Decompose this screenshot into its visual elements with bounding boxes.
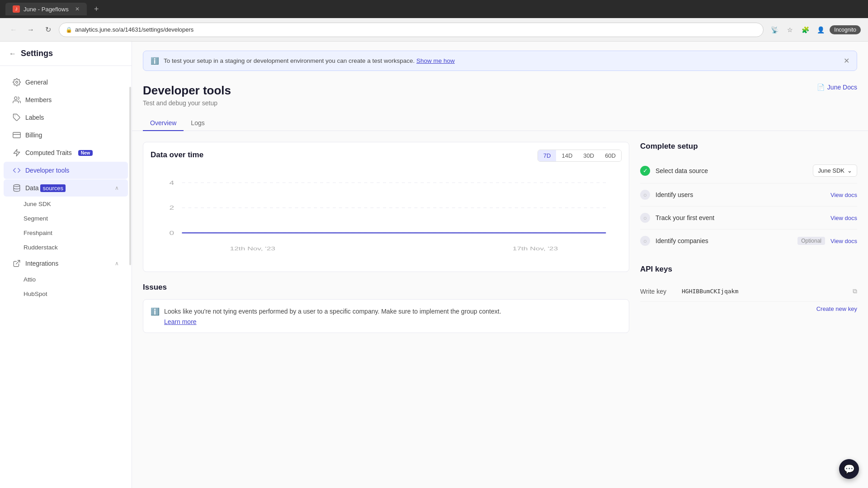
svg-text:0: 0 <box>169 230 174 236</box>
chat-icon: 💬 <box>844 464 855 474</box>
sidebar-item-label: Billing <box>25 131 42 139</box>
page-header: Developer tools Test and debug your setu… <box>132 71 868 107</box>
svg-marker-5 <box>14 150 20 156</box>
sidebar-nav: General Members Labels Billing Computed … <box>0 66 132 488</box>
settings-icon <box>13 78 21 86</box>
reload-button[interactable]: ↻ <box>42 23 54 36</box>
write-key-value: HGHIBBumCKIjqakm <box>682 288 847 295</box>
sidebar-item-label: Developer tools <box>25 167 69 174</box>
copy-icon[interactable]: ⧉ <box>853 287 857 295</box>
write-key-label: Write key <box>640 288 676 295</box>
june-docs-link[interactable]: 📄 June Docs <box>817 84 857 91</box>
browser-tab[interactable]: J June - Pageflows ✕ <box>5 3 87 15</box>
extension-button[interactable]: 🧩 <box>799 23 811 36</box>
sidebar-scrollbar[interactable] <box>129 42 132 488</box>
page-title-group: Developer tools Test and debug your setu… <box>143 84 231 107</box>
doc-icon: 📄 <box>817 84 825 91</box>
sidebar-sub-item-attio[interactable]: Attio <box>4 272 128 286</box>
setup-item-label: Select data source <box>656 167 807 174</box>
browser-nav: ← → ↻ 🔒 analytics.june.so/a/14631/settin… <box>0 18 868 42</box>
sidebar-sub-item-june-sdk[interactable]: June SDK <box>4 197 128 211</box>
tab-favicon: J <box>13 5 20 13</box>
sidebar-item-integrations[interactable]: Integrations ∧ <box>4 255 128 272</box>
issue-content: Looks like you're not tying events perfo… <box>164 307 501 325</box>
tab-overview[interactable]: Overview <box>143 116 184 131</box>
sidebar-sub-item-hubspot[interactable]: HubSpot <box>4 287 128 301</box>
check-pending-icon: ○ <box>640 213 650 223</box>
sidebar-item-label: Members <box>25 96 52 103</box>
svg-text:12th Nov, '23: 12th Nov, '23 <box>230 246 275 251</box>
svg-point-6 <box>14 185 20 187</box>
sidebar-item-labels[interactable]: Labels <box>4 109 128 126</box>
info-icon: ℹ️ <box>151 57 159 65</box>
page-subtitle: Test and debug your setup <box>143 99 231 107</box>
address-bar[interactable]: 🔒 analytics.june.so/a/14631/settings/dev… <box>59 23 764 37</box>
check-done-icon: ✓ <box>640 166 650 176</box>
api-keys-title: API keys <box>640 265 857 274</box>
sidebar-sub-item-freshpaint[interactable]: Freshpaint <box>4 226 128 240</box>
issue-item: ℹ️ Looks like you're not tying events pe… <box>143 299 629 333</box>
chart-btn-30d[interactable]: 30D <box>578 150 599 161</box>
zap-icon <box>13 149 21 157</box>
credit-card-icon <box>13 131 21 139</box>
sidebar-item-general[interactable]: General <box>4 74 128 91</box>
code-icon <box>13 166 21 174</box>
sidebar-item-label: General <box>25 79 48 86</box>
profile-button[interactable]: 👤 <box>814 23 827 36</box>
chart-btn-7d[interactable]: 7D <box>538 150 557 161</box>
view-docs-link-event[interactable]: View docs <box>830 215 857 221</box>
database-icon <box>13 184 21 192</box>
banner-text: To test your setup in a staging or devel… <box>164 57 835 64</box>
sidebar-item-label: Labels <box>25 114 44 121</box>
chart-btn-14d[interactable]: 14D <box>556 150 578 161</box>
banner-link[interactable]: Show me how <box>416 57 455 64</box>
svg-text:2: 2 <box>169 205 174 211</box>
setup-item-identify-companies: ○ Identify companies Optional View docs <box>640 230 857 252</box>
sidebar-item-members[interactable]: Members <box>4 91 128 108</box>
chart-controls: 7D 14D 30D 60D <box>538 150 622 162</box>
banner-close-button[interactable]: ✕ <box>844 56 849 65</box>
main-content: ℹ️ To test your setup in a staging or de… <box>132 42 868 488</box>
new-tab-button[interactable]: + <box>90 5 103 14</box>
tab-logs[interactable]: Logs <box>184 116 212 131</box>
setup-item-label: Identify companies <box>656 237 792 244</box>
chevron-down-icon: ⌄ <box>847 167 852 174</box>
view-docs-link-companies[interactable]: View docs <box>830 238 857 244</box>
sidebar-item-computed-traits[interactable]: Computed Traits New <box>4 144 128 161</box>
optional-badge: Optional <box>797 237 825 245</box>
info-banner: ℹ️ To test your setup in a staging or de… <box>143 51 857 71</box>
chat-widget-button[interactable]: 💬 <box>839 459 859 479</box>
write-key-row: Write key HGHIBBumCKIjqakm ⧉ <box>640 281 857 302</box>
setup-title: Complete setup <box>640 142 857 151</box>
chart-btn-60d[interactable]: 60D <box>599 150 621 161</box>
view-docs-link-users[interactable]: View docs <box>830 192 857 198</box>
sidebar-item-billing[interactable]: Billing <box>4 127 128 144</box>
sidebar-item-developer-tools[interactable]: Developer tools <box>4 162 128 179</box>
chart-header: Data over time 7D 14D 30D 60D <box>151 150 622 167</box>
tab-close-button[interactable]: ✕ <box>75 6 80 12</box>
bookmark-button[interactable]: ☆ <box>783 23 796 36</box>
setup-item-first-event: ○ Track your first event View docs <box>640 206 857 230</box>
setup-item-data-source: ✓ Select data source June SDK ⌄ <box>640 158 857 183</box>
sidebar-sub-item-segment[interactable]: Segment <box>4 211 128 225</box>
source-select-dropdown[interactable]: June SDK ⌄ <box>813 164 857 177</box>
sidebar-sub-item-rudderstack[interactable]: Rudderstack <box>4 240 128 254</box>
forward-button[interactable]: → <box>24 23 37 36</box>
sidebar-item-label: Computed Traits <box>25 149 72 156</box>
sources-highlight: sources <box>40 184 66 192</box>
back-button[interactable]: ← <box>7 23 20 36</box>
expand-icon-integrations: ∧ <box>115 260 119 267</box>
sidebar-item-data-sources[interactable]: Data sources ∧ <box>4 179 128 197</box>
back-arrow-icon[interactable]: ← <box>9 50 16 58</box>
svg-line-7 <box>16 260 20 264</box>
cast-button[interactable]: 📡 <box>768 23 781 36</box>
issue-learn-more-link[interactable]: Learn more <box>164 318 501 325</box>
create-new-key-link[interactable]: Create new key <box>640 305 857 312</box>
setup-item-identify-users: ○ Identify users View docs <box>640 183 857 206</box>
sidebar-item-label: Integrations <box>25 260 58 267</box>
new-badge: New <box>78 150 93 156</box>
svg-point-1 <box>14 97 17 99</box>
svg-point-0 <box>16 81 18 84</box>
sidebar-header: ← Settings <box>0 42 132 66</box>
check-pending-icon: ○ <box>640 236 650 246</box>
